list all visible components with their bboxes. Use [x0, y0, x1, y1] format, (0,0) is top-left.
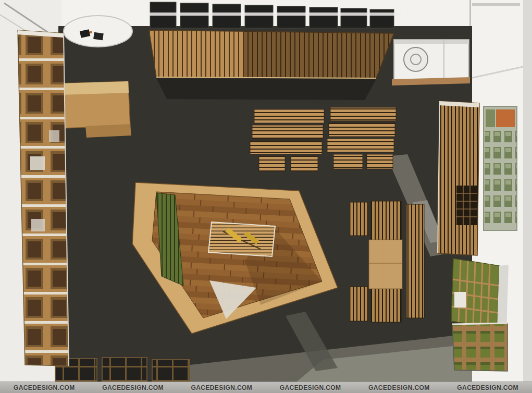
left-bookshelf-column — [17, 30, 69, 366]
platform-center-table — [208, 222, 275, 256]
watermark-text: GACEDESIGN.COM — [14, 384, 75, 391]
poster-orange-block — [496, 109, 515, 127]
ceiling-light-fixture — [64, 16, 132, 47]
watermark-text: GACEDESIGN.COM — [368, 384, 430, 391]
tall-slat-shelf — [438, 101, 479, 255]
green-cubby-unit — [452, 323, 508, 371]
bookshelf-white-box-3 — [49, 130, 59, 142]
bookshelf-white-box-2 — [31, 219, 45, 231]
fixture-accent — [90, 31, 92, 33]
watermark-text: GACEDESIGN.COM — [102, 384, 164, 391]
interior-render-scene — [0, 0, 532, 393]
render-viewport: GACEDESIGN.COM GACEDESIGN.COM GACEDESIGN… — [0, 0, 532, 393]
watermark-text: GACEDESIGN.COM — [457, 384, 518, 391]
right-wall-edge — [523, 0, 532, 393]
right-wall-trim — [472, 3, 520, 6]
ac-cabinet — [392, 40, 470, 85]
watermark-text: GACEDESIGN.COM — [191, 384, 253, 391]
bookshelf-white-box — [30, 156, 45, 170]
cluster-tan-table — [369, 240, 402, 289]
watermark-bar: GACEDESIGN.COM GACEDESIGN.COM GACEDESIGN… — [0, 382, 532, 393]
shelf-white-cell — [454, 292, 466, 308]
panel-shadow — [156, 78, 376, 100]
green-shelf-unit — [451, 259, 509, 328]
poster-green-block — [486, 109, 495, 127]
watermark-text: GACEDESIGN.COM — [280, 384, 341, 391]
cabinet-circle — [404, 47, 428, 71]
panel-shade — [244, 31, 394, 78]
shelf-dark-section — [456, 186, 477, 225]
desk-step — [85, 124, 131, 138]
cubby-top-edge — [452, 323, 508, 324]
fixture-item-2 — [93, 32, 104, 40]
poster-image-grid — [485, 129, 517, 227]
wall-poster — [484, 106, 517, 230]
slatted-ceiling-panel — [149, 30, 394, 100]
ceiling-beam — [147, 13, 401, 16]
desk-top — [60, 81, 129, 95]
